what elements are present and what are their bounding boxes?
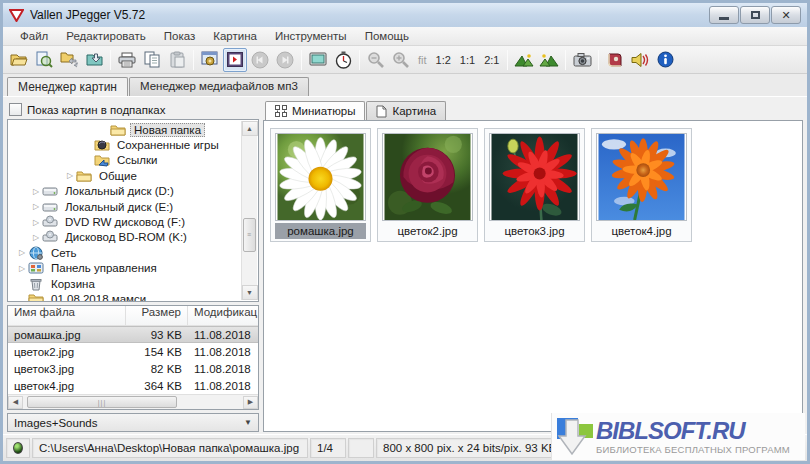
file-list-horizontal-scrollbar[interactable]: ◀ ||| ▶: [8, 394, 258, 409]
options-button[interactable]: [198, 48, 222, 72]
expand-arrow-icon[interactable]: ▷: [64, 171, 76, 180]
file-row[interactable]: цветок3.jpg 82 KB 11.08.2018: [8, 360, 258, 377]
tree-item-disk-e[interactable]: ▷ Локальный диск (E:): [8, 199, 240, 214]
close-button[interactable]: ✕: [771, 6, 801, 24]
menu-edit[interactable]: Редактировать: [57, 29, 154, 43]
toolbar-separator: [359, 50, 360, 70]
column-header-modified[interactable]: Модификац: [188, 306, 258, 325]
menu-file[interactable]: Файл: [11, 29, 57, 43]
tree-scroll-thumb[interactable]: ≡: [243, 218, 256, 252]
sound-button[interactable]: [628, 48, 652, 72]
rotate-right-button[interactable]: [537, 48, 561, 72]
disk-drive-icon: [42, 200, 58, 214]
folder-tree: Новая папка Сохраненные игры Ссылки ▷ Об…: [7, 119, 259, 302]
menu-view[interactable]: Показ: [155, 29, 205, 43]
open-folder-button[interactable]: [7, 48, 31, 72]
column-header-size[interactable]: Размер: [126, 306, 188, 325]
file-list-scroll-thumb[interactable]: |||: [27, 396, 177, 408]
expand-arrow-icon[interactable]: ▷: [30, 202, 42, 211]
tree-item-new-folder[interactable]: Новая папка: [8, 122, 240, 137]
previous-button[interactable]: [248, 48, 272, 72]
toolbar-separator: [110, 50, 111, 70]
tree-item-disk-d[interactable]: ▷ Локальный диск (D:): [8, 184, 240, 199]
biblsoft-watermark: BIBLSOFT.RU БИБЛИОТЕКА БЕСПЛАТНЫХ ПРОГРА…: [551, 413, 805, 460]
browse-button[interactable]: [32, 48, 56, 72]
title-bar[interactable]: Vallen JPegger V5.72 ✕: [3, 3, 807, 27]
tab-picture-view[interactable]: Картина: [366, 101, 446, 120]
zoom-fit-button[interactable]: fit: [414, 54, 431, 66]
info-button[interactable]: [653, 48, 677, 72]
tree-item-links[interactable]: Ссылки: [8, 153, 240, 168]
rotate-left-button[interactable]: [512, 48, 536, 72]
fullscreen-button[interactable]: [306, 48, 330, 72]
menu-tools[interactable]: Инструменты: [266, 29, 356, 43]
zoom-1-1-button[interactable]: 1:1: [456, 54, 479, 66]
previous-icon: [251, 51, 269, 69]
menu-picture[interactable]: Картина: [204, 29, 266, 43]
copy-button[interactable]: [140, 48, 164, 72]
column-header-name[interactable]: Имя файла: [8, 306, 126, 325]
tab-picture-manager[interactable]: Менеджер картин: [7, 77, 128, 96]
right-panel: Миниатюры Картина: [263, 100, 803, 432]
scroll-left-icon[interactable]: ◀: [8, 396, 23, 409]
expand-arrow-icon[interactable]: ▷: [30, 233, 42, 242]
minimize-button[interactable]: [709, 6, 739, 24]
menu-help[interactable]: Помощь: [356, 29, 418, 43]
paste-icon: [169, 51, 186, 68]
thumbnail-label: цветок4.jpg: [596, 223, 687, 239]
paste-button[interactable]: [165, 48, 189, 72]
expand-arrow-icon[interactable]: ▷: [16, 248, 28, 257]
network-icon: [28, 246, 44, 260]
zoom-2-1-button[interactable]: 2:1: [480, 54, 503, 66]
book-button[interactable]: [603, 48, 627, 72]
window-title: Vallen JPegger V5.72: [30, 8, 709, 22]
tree-item-network[interactable]: ▷ Сеть: [8, 245, 240, 260]
thumbnail-cvetok3[interactable]: цветок3.jpg: [484, 128, 585, 242]
expand-arrow-icon[interactable]: ▷: [30, 187, 42, 196]
file-row[interactable]: цветок4.jpg 364 KB 11.08.2018: [8, 377, 258, 394]
tree-item-control-panel[interactable]: ▷ Панель управления: [8, 261, 240, 276]
file-row[interactable]: ромашка.jpg 93 KB 11.08.2018: [8, 326, 258, 343]
refresh-folder-button[interactable]: [57, 48, 81, 72]
tree-item-bdrom-k[interactable]: ▷ Дисковод BD-ROM (K:): [8, 230, 240, 245]
folder-icon: [28, 292, 44, 302]
download-arrow-logo-icon: [556, 417, 596, 457]
tab-thumbnails[interactable]: Миниатюры: [265, 101, 365, 120]
browse-icon: [35, 51, 53, 69]
toolbar-separator: [301, 50, 302, 70]
scroll-down-icon[interactable]: ▼: [242, 285, 258, 300]
tree-vertical-scrollbar[interactable]: ▲ ≡ ▼: [241, 121, 257, 300]
subfolders-checkbox-row[interactable]: Показ картин в подпапках: [7, 100, 259, 119]
tree-item-date-folder[interactable]: 01.08.2018 мамси: [8, 291, 240, 302]
acquire-folder-button[interactable]: [82, 48, 106, 72]
thumbnail-romashka[interactable]: ромашка.jpg: [270, 128, 371, 242]
next-icon: [276, 51, 294, 69]
slideshow-button[interactable]: [223, 48, 247, 72]
timer-icon: [335, 51, 352, 69]
camera-button[interactable]: [570, 48, 594, 72]
tree-item-dvd-f[interactable]: ▷ DVD RW дисковод (F:): [8, 214, 240, 229]
tree-item-common[interactable]: ▷ Общие: [8, 168, 240, 183]
expand-arrow-icon[interactable]: ▷: [30, 218, 42, 227]
expand-arrow-icon[interactable]: ▷: [16, 264, 28, 273]
book-icon: [606, 52, 624, 68]
zoom-out-button[interactable]: [364, 48, 388, 72]
tree-item-saved-games[interactable]: Сохраненные игры: [8, 137, 240, 152]
timer-button[interactable]: [331, 48, 355, 72]
thumbnail-cvetok4[interactable]: цветок4.jpg: [591, 128, 692, 242]
zoom-in-button[interactable]: [389, 48, 413, 72]
thumbnail-cvetok2[interactable]: цветок2.jpg: [377, 128, 478, 242]
refresh-folder-icon: [60, 51, 79, 68]
tree-item-recycle-bin[interactable]: Корзина: [8, 276, 240, 291]
filter-dropdown[interactable]: Images+Sounds ▼: [7, 413, 259, 432]
maximize-button[interactable]: [740, 6, 770, 24]
scroll-up-icon[interactable]: ▲: [242, 121, 258, 136]
app-window: Vallen JPegger V5.72 ✕ Файл Редактироват…: [0, 0, 810, 464]
scroll-right-icon[interactable]: ▶: [243, 396, 258, 409]
tab-media-manager[interactable]: Менеджер медиафайлов мп3: [129, 77, 309, 96]
zoom-1-2-button[interactable]: 1:2: [432, 54, 455, 66]
subfolders-checkbox[interactable]: [9, 103, 22, 116]
file-row[interactable]: цветок2.jpg 154 KB 11.08.2018: [8, 343, 258, 360]
next-button[interactable]: [273, 48, 297, 72]
print-button[interactable]: [115, 48, 139, 72]
